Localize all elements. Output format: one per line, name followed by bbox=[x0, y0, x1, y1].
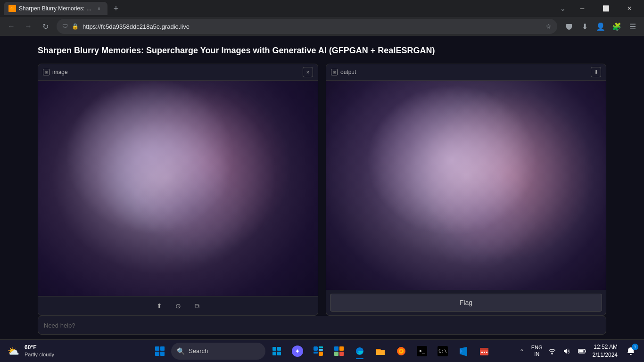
calendar-btn[interactable] bbox=[475, 342, 494, 361]
new-tab-button[interactable]: + bbox=[109, 2, 123, 15]
copilot-btn[interactable]: ✦ bbox=[288, 342, 307, 361]
tab-close-btn[interactable]: × bbox=[95, 5, 103, 12]
taskbar-search[interactable]: 🔍 Search bbox=[171, 343, 265, 360]
weather-widget[interactable]: ⛅ 60°F Partly cloudy bbox=[2, 344, 58, 359]
taskbar: ⛅ 60°F Partly cloudy 🔍 Search bbox=[0, 339, 644, 362]
output-portrait-image bbox=[326, 81, 606, 290]
browser-chrome: 🔶 Sharpen Blurry Memories: Supe × + ⌄ ─ … bbox=[0, 0, 644, 36]
upload-btn[interactable]: ⬆ bbox=[154, 300, 165, 312]
output-download-btn[interactable]: ⬇ bbox=[591, 67, 601, 77]
battery-icon[interactable] bbox=[576, 345, 589, 358]
cmd-btn[interactable]: C:\ bbox=[433, 342, 452, 361]
taskbar-center: 🔍 Search ✦ bbox=[150, 342, 494, 361]
nav-bar: ← → ↻ 🛡 🔒 https://fc5da9358ddc218a5e.gra… bbox=[0, 17, 644, 36]
svg-rect-3 bbox=[277, 352, 281, 355]
svg-rect-12 bbox=[339, 352, 344, 356]
refresh-btn[interactable]: ↻ bbox=[38, 19, 53, 34]
nav-icons: ⬇ 👤 🧩 ☰ bbox=[561, 19, 640, 34]
output-image-panel: ⊞ output ⬇ Flag bbox=[326, 64, 606, 316]
copilot-icon: ✦ bbox=[292, 346, 303, 357]
output-label-icon: ⊞ bbox=[331, 69, 338, 75]
extensions-btn[interactable]: 🧩 bbox=[609, 19, 624, 34]
file-explorer-btn[interactable] bbox=[371, 342, 390, 361]
lang-indicator[interactable]: ENG IN bbox=[530, 345, 544, 357]
firefox-icon bbox=[396, 346, 407, 357]
volume-icon[interactable] bbox=[561, 345, 574, 358]
store-icon bbox=[333, 346, 345, 357]
bottom-section: Need help? bbox=[0, 316, 644, 339]
notification-btn[interactable]: 1 bbox=[621, 342, 640, 361]
store-btn[interactable] bbox=[330, 342, 348, 361]
forward-btn[interactable]: → bbox=[21, 19, 36, 34]
window-minimize-btn[interactable]: ─ bbox=[571, 0, 593, 17]
tab-list-btn[interactable]: ⌄ bbox=[556, 2, 570, 15]
input-panel-toolbar: ⬆ ⊙ ⧉ bbox=[38, 296, 318, 315]
output-image-container bbox=[326, 81, 606, 290]
show-hidden-btn[interactable]: ^ bbox=[515, 345, 528, 358]
url-text: https://fc5da9358ddc218a5e.gradio.live bbox=[83, 23, 542, 30]
output-panel-label: ⊞ output bbox=[331, 69, 356, 75]
input-panel-label: ⊞ image bbox=[43, 69, 68, 75]
svg-rect-0 bbox=[272, 347, 276, 351]
edge-btn[interactable] bbox=[350, 342, 369, 361]
page-header: Sharpen Blurry Memories: Supercharge You… bbox=[0, 36, 644, 64]
svg-rect-7 bbox=[314, 352, 318, 354]
sys-tray: ^ ENG IN bbox=[515, 345, 589, 358]
widgets-icon bbox=[313, 346, 324, 357]
task-view-btn[interactable] bbox=[267, 342, 286, 361]
svg-rect-22 bbox=[579, 350, 583, 352]
weather-icon: ⛅ bbox=[6, 344, 21, 359]
lang-line1: ENG bbox=[531, 345, 543, 351]
bottom-hint: Need help? bbox=[44, 322, 75, 329]
vscode-icon bbox=[458, 346, 469, 357]
tab-title: Sharpen Blurry Memories: Supe bbox=[19, 5, 92, 12]
lock-icon: 🔒 bbox=[72, 23, 79, 30]
input-image-container bbox=[38, 81, 318, 296]
widgets-btn[interactable] bbox=[309, 342, 328, 361]
svg-rect-1 bbox=[277, 347, 281, 351]
image-label-icon: ⊞ bbox=[43, 69, 50, 75]
weather-temp: 60°F bbox=[25, 344, 54, 352]
active-tab[interactable]: 🔶 Sharpen Blurry Memories: Supe × bbox=[4, 2, 107, 15]
camera-btn[interactable]: ⊙ bbox=[173, 300, 184, 312]
svg-rect-2 bbox=[272, 352, 276, 355]
menu-btn[interactable]: ☰ bbox=[625, 19, 640, 34]
file-explorer-icon bbox=[375, 346, 386, 357]
bookmark-icon[interactable]: ☆ bbox=[545, 23, 552, 30]
svg-rect-19 bbox=[484, 352, 485, 353]
vscode-btn[interactable] bbox=[454, 342, 473, 361]
svg-rect-5 bbox=[319, 346, 323, 348]
flag-button[interactable]: Flag bbox=[330, 294, 602, 312]
weather-text: 60°F Partly cloudy bbox=[25, 344, 54, 358]
search-label: Search bbox=[189, 347, 208, 354]
svg-rect-20 bbox=[486, 352, 487, 353]
back-btn[interactable]: ← bbox=[4, 19, 19, 34]
svg-rect-6 bbox=[319, 349, 323, 351]
clipboard-btn[interactable]: ⧉ bbox=[191, 300, 203, 312]
svg-rect-9 bbox=[334, 346, 339, 351]
download-btn[interactable]: ⬇ bbox=[577, 19, 592, 34]
pocket-btn[interactable] bbox=[561, 19, 576, 34]
tab-controls: ⌄ bbox=[556, 2, 570, 15]
wifi-icon[interactable] bbox=[545, 345, 559, 358]
bottom-input[interactable]: Need help? bbox=[38, 316, 606, 335]
svg-rect-17 bbox=[480, 348, 488, 350]
tab-bar: 🔶 Sharpen Blurry Memories: Supe × + ⌄ ─ … bbox=[0, 0, 644, 17]
tab-favicon: 🔶 bbox=[8, 5, 16, 12]
edge-icon bbox=[354, 346, 365, 357]
system-clock[interactable]: 12:52 AM 2/11/2024 bbox=[591, 343, 619, 359]
window-maximize-btn[interactable]: ⬜ bbox=[595, 0, 617, 17]
window-close-btn[interactable]: ✕ bbox=[619, 0, 640, 17]
terminal-btn[interactable]: >_ bbox=[413, 342, 431, 361]
search-icon: 🔍 bbox=[177, 347, 185, 355]
calendar-icon bbox=[479, 346, 490, 357]
account-btn[interactable]: 👤 bbox=[593, 19, 608, 34]
weather-desc: Partly cloudy bbox=[25, 351, 54, 358]
svg-rect-8 bbox=[319, 352, 323, 356]
start-button[interactable] bbox=[150, 342, 169, 361]
svg-rect-11 bbox=[334, 352, 339, 356]
firefox-btn[interactable] bbox=[392, 342, 411, 361]
input-close-btn[interactable]: × bbox=[303, 67, 313, 77]
address-bar[interactable]: 🛡 🔒 https://fc5da9358ddc218a5e.gradio.li… bbox=[57, 19, 557, 34]
page-content: Sharpen Blurry Memories: Supercharge You… bbox=[0, 36, 644, 339]
